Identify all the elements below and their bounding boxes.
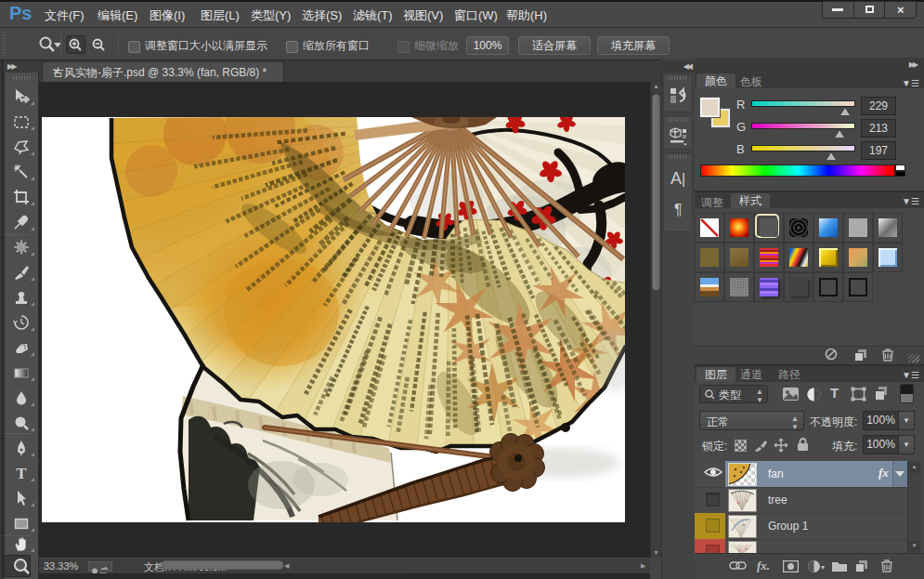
- svg-text:T: T: [16, 465, 27, 482]
